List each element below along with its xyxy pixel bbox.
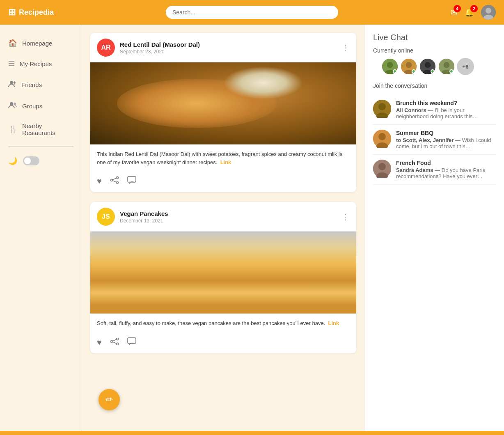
svg-line-16: [112, 342, 116, 343]
main-layout: 🏠 Homepage ☰ My Recipes Friends: [0, 25, 504, 431]
post-header-2: JS Vegan Pancakes December 13, 2021 ⋮: [90, 202, 356, 231]
chat-item-1[interactable]: Brunch this weekend? Ali Connors — I'll …: [373, 95, 496, 125]
header: ⊞ Recipedia ✉ 4 🔔 2: [0, 0, 504, 25]
notif-badge: 2: [470, 5, 478, 12]
comment-button-1[interactable]: [127, 176, 136, 186]
like-button-1[interactable]: ♥: [97, 176, 102, 186]
post-more-button-2[interactable]: ⋮: [341, 212, 350, 222]
svg-point-8: [110, 179, 112, 181]
sidebar-bottom: 🌙: [0, 151, 82, 171]
svg-point-1: [486, 8, 491, 14]
sidebar-label-groups: Groups: [22, 103, 42, 110]
post-date-1: September 23, 2020: [120, 49, 341, 55]
svg-point-5: [14, 103, 16, 105]
post-more-button-1[interactable]: ⋮: [341, 43, 350, 53]
chat-preview-3: Sandra Adams — Do you have Paris recomme…: [396, 167, 496, 179]
footer: ©2022: [0, 431, 504, 435]
sidebar-item-nearby-restaurants[interactable]: 🍴 Nearby Restaurants: [0, 117, 82, 142]
svg-point-22: [406, 62, 412, 68]
post-header-1: AR Red Lentil Dal (Masoor Dal) September…: [90, 33, 356, 62]
post-meta-2: Vegan Pancakes December 13, 2021: [120, 210, 341, 224]
right-panel: Live Chat Currently online: [364, 25, 504, 431]
restaurant-icon: 🍴: [8, 125, 17, 134]
home-icon: 🏠: [8, 39, 17, 48]
like-button-2[interactable]: ♥: [97, 338, 102, 347]
fab-compose[interactable]: ✏: [99, 389, 120, 410]
post-image-1: [90, 62, 356, 144]
logo-icon: ⊞: [8, 7, 16, 18]
chat-sender-1: Ali Connors: [396, 107, 426, 113]
sidebar-item-homepage[interactable]: 🏠 Homepage: [0, 33, 82, 53]
search-container: [166, 6, 338, 19]
online-dot-4: [449, 69, 454, 73]
chat-sender-3: Sandra Adams: [396, 167, 433, 173]
chat-content-1: Brunch this weekend? Ali Connors — I'll …: [396, 100, 496, 119]
svg-point-19: [387, 62, 393, 68]
post-title-1: Red Lentil Dal (Masoor Dal): [120, 41, 341, 48]
svg-point-7: [116, 182, 118, 184]
chat-preview-1: Ali Connors — I'll be in your neighborho…: [396, 107, 496, 119]
recipes-icon: ☰: [8, 59, 15, 68]
sidebar-item-friends[interactable]: Friends: [0, 74, 82, 96]
svg-line-10: [112, 181, 116, 182]
post-body-1: This Indian Red Lentil Dal (Masoor Dal) …: [90, 144, 356, 172]
post-actions-1: ♥: [90, 172, 356, 192]
mail-badge: 4: [454, 5, 461, 12]
header-actions: ✉ 4 🔔 2: [451, 5, 496, 20]
post-image-2: [90, 231, 356, 314]
svg-point-25: [425, 62, 431, 68]
svg-point-4: [10, 102, 13, 105]
post-avatar-1: AR: [97, 39, 115, 57]
post-card-1: AR Red Lentil Dal (Masoor Dal) September…: [90, 33, 356, 192]
sidebar-divider: [8, 146, 73, 147]
chat-item-2[interactable]: Summer BBQ to Scott, Alex, Jennifer — Wi…: [373, 125, 496, 155]
chat-content-2: Summer BBQ to Scott, Alex, Jennifer — Wi…: [396, 130, 496, 149]
online-dot-1: [393, 69, 397, 73]
post-link-1[interactable]: Link: [220, 159, 231, 165]
friends-icon: [8, 80, 16, 90]
svg-point-37: [378, 163, 386, 170]
share-button-1[interactable]: [110, 176, 119, 186]
chat-avatar-1: [373, 100, 391, 118]
post-body-2: Soft, tall, fluffy, and easy to make, th…: [90, 314, 356, 333]
mail-button[interactable]: ✉ 4: [451, 7, 458, 17]
main-feed: AR Red Lentil Dal (Masoor Dal) September…: [82, 25, 364, 431]
logo-text: Recipedia: [19, 8, 54, 17]
comment-button-2[interactable]: [127, 337, 136, 348]
sidebar-item-my-recipes[interactable]: ☰ My Recipes: [0, 53, 82, 74]
sidebar-label-my-recipes: My Recipes: [20, 60, 52, 67]
svg-rect-11: [128, 176, 136, 182]
svg-point-31: [378, 103, 386, 110]
sidebar-item-groups[interactable]: Groups: [0, 96, 82, 117]
logo: ⊞ Recipedia: [8, 7, 54, 18]
post-title-2: Vegan Pancakes: [120, 210, 341, 217]
post-date-2: December 13, 2021: [120, 218, 341, 224]
post-link-2[interactable]: Link: [328, 320, 339, 326]
live-chat-title: Live Chat: [373, 33, 496, 42]
chat-subject-2: Summer BBQ: [396, 130, 496, 136]
online-more: +6: [457, 58, 474, 75]
online-avatar-3: [419, 58, 436, 75]
online-avatars: +6: [373, 58, 496, 75]
search-input[interactable]: [166, 6, 338, 19]
post-meta-1: Red Lentil Dal (Masoor Dal) September 23…: [120, 41, 341, 55]
chat-item-3[interactable]: French Food Sandra Adams — Do you have P…: [373, 155, 496, 185]
chat-subject-3: French Food: [396, 160, 496, 166]
share-button-2[interactable]: [110, 338, 119, 347]
chat-subject-1: Brunch this weekend?: [396, 100, 496, 106]
svg-point-28: [444, 62, 449, 68]
dark-mode-icon: 🌙: [8, 156, 17, 165]
sidebar-label-friends: Friends: [21, 81, 42, 88]
notifications-button[interactable]: 🔔 2: [464, 7, 474, 17]
sidebar-label-homepage: Homepage: [22, 40, 52, 47]
post-actions-2: ♥: [90, 333, 356, 353]
dark-mode-toggle[interactable]: [23, 156, 39, 165]
sidebar: 🏠 Homepage ☰ My Recipes Friends: [0, 25, 82, 431]
svg-point-14: [110, 340, 112, 342]
online-avatar-2: [400, 58, 417, 75]
sidebar-label-nearby-restaurants: Nearby Restaurants: [22, 122, 73, 136]
user-avatar[interactable]: [481, 5, 496, 20]
chat-avatar-2: [373, 130, 391, 148]
svg-point-13: [116, 343, 118, 345]
svg-line-15: [112, 339, 116, 341]
